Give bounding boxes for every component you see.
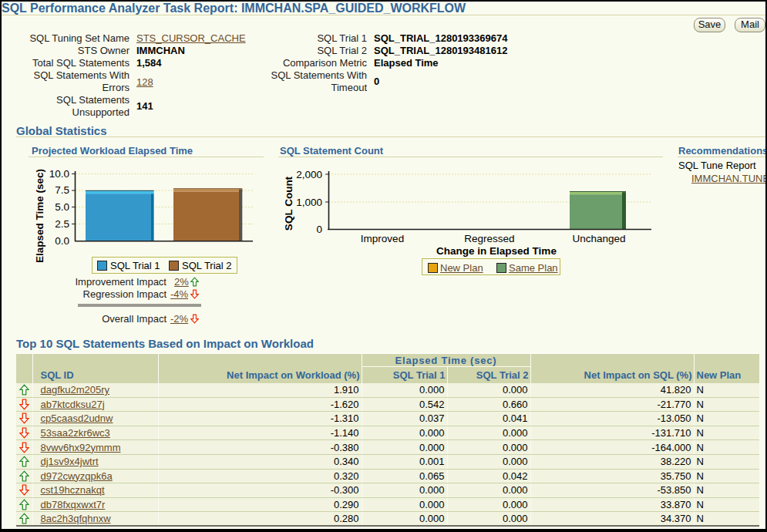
svg-text:Elapsed Time (sec): Elapsed Time (sec)	[34, 169, 45, 263]
svg-text:Regressed: Regressed	[464, 233, 514, 244]
svg-text:1,000: 1,000	[296, 197, 322, 208]
svg-text:0: 0	[316, 224, 322, 235]
svg-text:SQL Count: SQL Count	[285, 176, 294, 231]
svg-text:10.0: 10.0	[49, 168, 69, 180]
svg-text:2.5: 2.5	[55, 218, 69, 230]
svg-text:Improved: Improved	[361, 233, 404, 244]
svg-text:2,000: 2,000	[296, 169, 322, 180]
svg-text:7.5: 7.5	[55, 184, 69, 196]
svg-text:Unchanged: Unchanged	[572, 233, 625, 244]
svg-text:5.0: 5.0	[55, 201, 69, 213]
svg-text:0.0: 0.0	[55, 235, 69, 247]
